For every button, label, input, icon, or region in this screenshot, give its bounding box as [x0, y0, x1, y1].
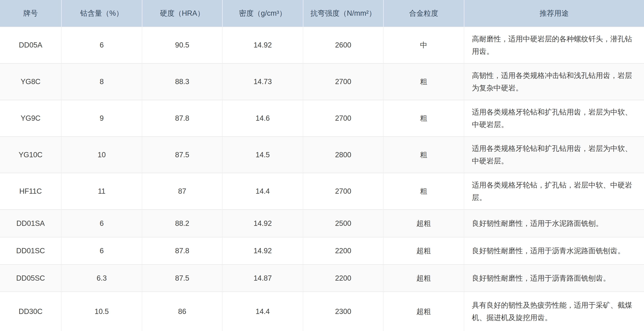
cell-cobalt: 11 — [61, 173, 142, 210]
cell-cobalt: 6 — [61, 237, 142, 265]
table-row: DD01SC687.814.922200超粗良好韧性耐磨性，适用于沥青水泥路面铣… — [0, 237, 644, 265]
cell-hardness: 88.2 — [142, 210, 222, 237]
cell-grain: 超粗 — [383, 292, 464, 331]
cell-grade: DD01SA — [0, 210, 61, 237]
cell-grain: 超粗 — [383, 265, 464, 292]
cell-grade: YG8C — [0, 63, 61, 100]
table-row: DD01SA688.214.922500超粗良好韧性耐磨性，适用于水泥路面铣刨。 — [0, 210, 644, 237]
header-cell-strength: 抗弯强度（N/mm²） — [303, 0, 383, 27]
table-row: DD05A690.514.922600中高耐磨性，适用中硬岩层的各种螺纹钎头，潜… — [0, 27, 644, 63]
table-row: DD05SC6.387.514.872200超粗良好韧性耐磨性，适用于沥青路面铣… — [0, 265, 644, 292]
cell-density: 14.87 — [222, 265, 303, 292]
header-cell-grade: 牌号 — [0, 0, 61, 27]
alloy-spec-table: 牌号钴含量（%）硬度（HRA）密度（g/cm³）抗弯强度（N/mm²）合金粒度推… — [0, 0, 644, 331]
cell-hardness: 87 — [142, 173, 222, 210]
cell-strength: 2200 — [303, 237, 383, 265]
cell-density: 14.92 — [222, 27, 303, 63]
cell-strength: 2500 — [303, 210, 383, 237]
header-cell-grain: 合金粒度 — [383, 0, 464, 27]
header-cell-density: 密度（g/cm³） — [222, 0, 303, 27]
cell-cobalt: 6.3 — [61, 265, 142, 292]
cell-cobalt: 10.5 — [61, 292, 142, 331]
cell-grain: 粗 — [383, 137, 464, 173]
cell-density: 14.73 — [222, 63, 303, 100]
cell-strength: 2300 — [303, 292, 383, 331]
cell-usage: 良好韧性耐磨性，适用于沥青路面铣刨齿。 — [464, 265, 644, 292]
cell-cobalt: 6 — [61, 27, 142, 63]
table-row: YG8C888.314.732700粗高韧性，适用各类规格冲击钻和浅孔钻用齿，岩… — [0, 63, 644, 100]
cell-grade: DD05SC — [0, 265, 61, 292]
cell-grade: DD01SC — [0, 237, 61, 265]
cell-hardness: 88.3 — [142, 63, 222, 100]
cell-grain: 粗 — [383, 63, 464, 100]
cell-hardness: 87.8 — [142, 237, 222, 265]
header-cell-cobalt: 钴含量（%） — [61, 0, 142, 27]
cell-grade: HF11C — [0, 173, 61, 210]
table-row: YG10C1087.514.52800粗适用各类规格牙轮钻和扩孔钻用齿，岩层为中… — [0, 137, 644, 173]
cell-hardness: 87.8 — [142, 100, 222, 137]
cell-hardness: 86 — [142, 292, 222, 331]
cell-cobalt: 10 — [61, 137, 142, 173]
cell-hardness: 90.5 — [142, 27, 222, 63]
cell-grade: DD30C — [0, 292, 61, 331]
cell-density: 14.4 — [222, 292, 303, 331]
cell-usage: 适用各类规格牙轮钻，扩孔钻，岩层中软、中硬岩层。 — [464, 173, 644, 210]
header-cell-usage: 推荐用途 — [464, 0, 644, 27]
cell-usage: 良好韧性耐磨性，适用于水泥路面铣刨。 — [464, 210, 644, 237]
cell-grain: 粗 — [383, 100, 464, 137]
cell-grain: 中 — [383, 27, 464, 63]
cell-grain: 粗 — [383, 173, 464, 210]
header-row: 牌号钴含量（%）硬度（HRA）密度（g/cm³）抗弯强度（N/mm²）合金粒度推… — [0, 0, 644, 27]
cell-strength: 2800 — [303, 137, 383, 173]
table-row: HF11C118714.42700粗适用各类规格牙轮钻，扩孔钻，岩层中软、中硬岩… — [0, 173, 644, 210]
cell-hardness: 87.5 — [142, 265, 222, 292]
cell-cobalt: 8 — [61, 63, 142, 100]
cell-grade: DD05A — [0, 27, 61, 63]
cell-density: 14.4 — [222, 173, 303, 210]
cell-density: 14.92 — [222, 237, 303, 265]
cell-strength: 2700 — [303, 100, 383, 137]
table-row: YG9C987.814.62700粗适用各类规格牙轮钻和扩孔钻用齿，岩层为中软、… — [0, 100, 644, 137]
header-cell-hardness: 硬度（HRA） — [142, 0, 222, 27]
cell-usage: 高耐磨性，适用中硬岩层的各种螺纹钎头，潜孔钻用齿。 — [464, 27, 644, 63]
cell-hardness: 87.5 — [142, 137, 222, 173]
cell-usage: 适用各类规格牙轮钻和扩孔钻用齿，岩层为中软、中硬岩层。 — [464, 100, 644, 137]
cell-strength: 2600 — [303, 27, 383, 63]
cell-density: 14.92 — [222, 210, 303, 237]
cell-cobalt: 9 — [61, 100, 142, 137]
cell-usage: 高韧性，适用各类规格冲击钻和浅孔钻用齿，岩层为复杂中硬岩。 — [464, 63, 644, 100]
cell-strength: 2700 — [303, 63, 383, 100]
cell-strength: 2200 — [303, 265, 383, 292]
cell-cobalt: 6 — [61, 210, 142, 237]
cell-usage: 具有良好的韧性及热疲劳性能，适用于采矿、截煤机、掘进机及旋挖用齿。 — [464, 292, 644, 331]
alloy-spec-page: 牌号钴含量（%）硬度（HRA）密度（g/cm³）抗弯强度（N/mm²）合金粒度推… — [0, 0, 644, 331]
cell-usage: 良好韧性耐磨性，适用于沥青水泥路面铣刨齿。 — [464, 237, 644, 265]
cell-usage: 适用各类规格牙轮钻和扩孔钻用齿，岩层为中软、中硬岩层。 — [464, 137, 644, 173]
cell-strength: 2700 — [303, 173, 383, 210]
table-body: DD05A690.514.922600中高耐磨性，适用中硬岩层的各种螺纹钎头，潜… — [0, 27, 644, 331]
cell-grade: YG9C — [0, 100, 61, 137]
cell-grain: 超粗 — [383, 237, 464, 265]
cell-grain: 超粗 — [383, 210, 464, 237]
cell-density: 14.5 — [222, 137, 303, 173]
cell-grade: YG10C — [0, 137, 61, 173]
table-row: DD30C10.58614.42300超粗具有良好的韧性及热疲劳性能，适用于采矿… — [0, 292, 644, 331]
cell-density: 14.6 — [222, 100, 303, 137]
